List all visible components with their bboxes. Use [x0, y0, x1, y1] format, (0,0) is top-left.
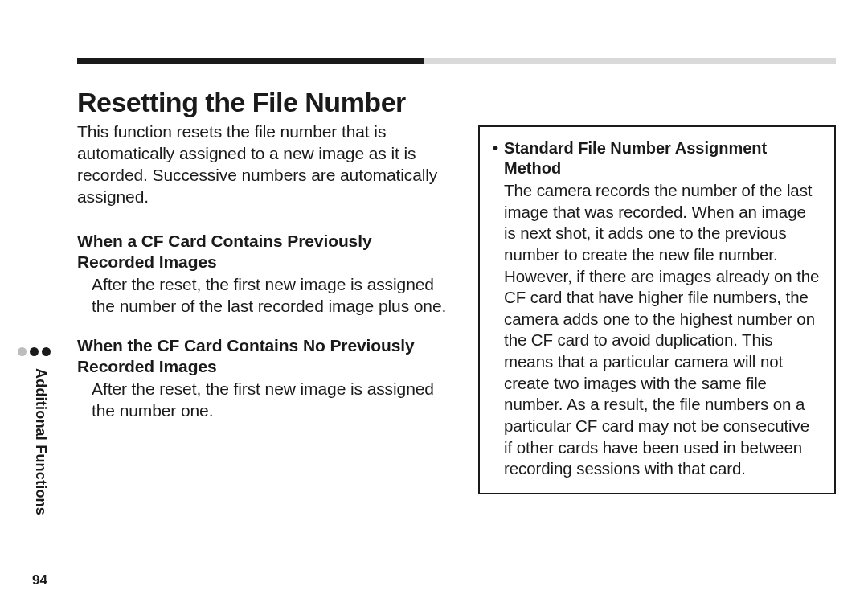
info-box-heading: • Standard File Number Assignment Method [493, 138, 821, 178]
intro-paragraph: This function resets the file number tha… [77, 121, 449, 208]
info-box-heading-text: Standard File Number Assignment Method [504, 138, 821, 178]
page-title: Resetting the File Number [77, 87, 449, 118]
section-2-body: After the reset, the first new image is … [92, 379, 449, 422]
side-tab-label: Additional Functions [32, 368, 49, 515]
tab-indicator-dots [18, 347, 51, 356]
info-box: • Standard File Number Assignment Method… [478, 125, 836, 494]
right-column: • Standard File Number Assignment Method… [478, 87, 836, 494]
header-rule [77, 58, 836, 64]
bullet-icon: • [493, 138, 504, 178]
dot-black-icon [42, 347, 51, 356]
side-tab: Additional Functions [32, 351, 49, 515]
dot-gray-icon [18, 347, 27, 356]
content-columns: Resetting the File Number This function … [77, 87, 836, 494]
section-1-body: After the reset, the first new image is … [92, 274, 449, 318]
header-rule-light [424, 58, 836, 64]
dot-black-icon [30, 347, 39, 356]
section-2-heading: When the CF Card Contains No Previously … [77, 335, 449, 378]
page-number: 94 [32, 572, 47, 588]
info-box-body: The camera records the number of the las… [504, 180, 821, 480]
section-1: When a CF Card Contains Previously Recor… [77, 231, 449, 318]
manual-page: Resetting the File Number This function … [0, 0, 868, 615]
header-rule-dark [77, 58, 424, 64]
left-column: Resetting the File Number This function … [77, 87, 449, 494]
section-2: When the CF Card Contains No Previously … [77, 335, 449, 422]
section-1-heading: When a CF Card Contains Previously Recor… [77, 231, 449, 273]
